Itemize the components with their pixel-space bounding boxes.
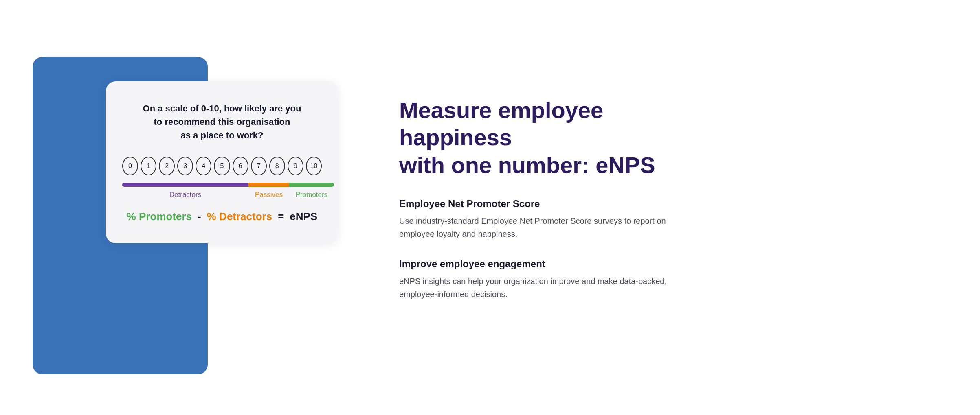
scale-btn-4[interactable]: 4 — [196, 157, 211, 175]
feature-desc-1: Use industry-standard Employee Net Promo… — [399, 214, 692, 240]
formula-equals: = — [278, 210, 284, 223]
scale-btn-6[interactable]: 6 — [233, 157, 248, 175]
detractors-label: Detractors — [122, 191, 248, 199]
feature-block-1: Employee Net Promoter Score Use industry… — [399, 198, 717, 240]
passives-label: Passives — [248, 191, 289, 199]
bar-labels-row: Detractors Passives Promoters — [122, 191, 322, 199]
main-heading: Measure employee happiness with one numb… — [399, 96, 717, 179]
survey-card: On a scale of 0-10, how likely are you t… — [106, 81, 338, 243]
scale-btn-8[interactable]: 8 — [269, 157, 285, 175]
right-section: Measure employee happiness with one numb… — [383, 72, 733, 343]
scale-row: 012345678910 — [122, 157, 322, 175]
feature-block-2: Improve employee engagement eNPS insight… — [399, 258, 717, 301]
scale-btn-9[interactable]: 9 — [288, 157, 303, 175]
scale-btn-0[interactable]: 0 — [122, 157, 138, 175]
formula-promoters: % Promoters — [127, 210, 192, 223]
promoters-label: Promoters — [289, 191, 334, 199]
page-container: On a scale of 0-10, how likely are you t… — [0, 0, 980, 415]
formula-enps: eNPS — [290, 210, 317, 223]
bars-row — [122, 183, 322, 187]
scale-btn-5[interactable]: 5 — [214, 157, 230, 175]
promoters-bar — [289, 183, 334, 187]
scale-btn-7[interactable]: 7 — [251, 157, 267, 175]
detractors-bar — [122, 183, 248, 187]
scale-btn-2[interactable]: 2 — [159, 157, 175, 175]
feature-desc-2: eNPS insights can help your organization… — [399, 275, 692, 301]
formula-minus: - — [198, 210, 201, 223]
scale-btn-1[interactable]: 1 — [141, 157, 156, 175]
scale-btn-10[interactable]: 10 — [306, 157, 322, 175]
feature-title-2: Improve employee engagement — [399, 258, 717, 270]
scale-btn-3[interactable]: 3 — [177, 157, 193, 175]
survey-question: On a scale of 0-10, how likely are you t… — [122, 102, 322, 142]
feature-title-1: Employee Net Promoter Score — [399, 198, 717, 210]
formula-detractors: % Detractors — [207, 210, 272, 223]
formula-row: % Promoters - % Detractors = eNPS — [122, 210, 322, 223]
passives-bar — [248, 183, 289, 187]
left-section: On a scale of 0-10, how likely are you t… — [33, 41, 350, 374]
